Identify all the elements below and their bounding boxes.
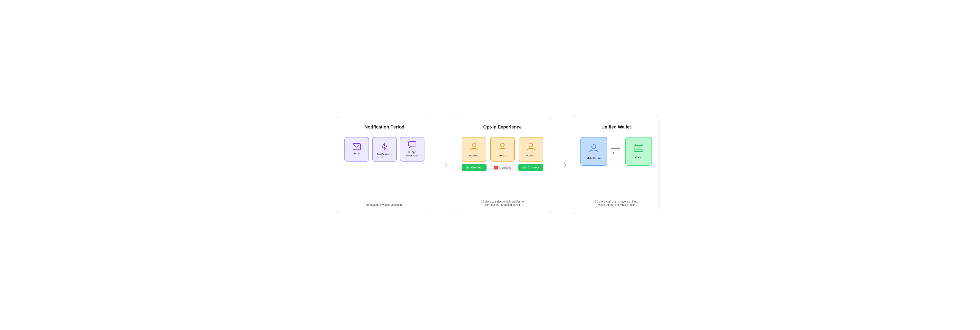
email-icon bbox=[353, 143, 361, 150]
wallet-label: Wallet bbox=[635, 155, 642, 159]
right-arrow-2 bbox=[556, 162, 568, 168]
profile1-check-icon: ✓ bbox=[466, 166, 469, 169]
panel2-footer: 30 days to select which profiles toconne… bbox=[481, 196, 524, 206]
svg-rect-0 bbox=[353, 144, 361, 150]
profile3-connect-button[interactable]: ✓ Connect bbox=[519, 164, 543, 171]
panel-notification-period: Notification Period Email bbox=[337, 116, 432, 214]
double-arrow bbox=[611, 148, 621, 155]
panel1-footer: 30 days until wallet unification bbox=[366, 199, 403, 206]
svg-marker-1 bbox=[382, 143, 387, 151]
panel-unified-wallet: Unified Wallet Meta Profile bbox=[573, 116, 659, 214]
svg-point-5 bbox=[529, 143, 533, 147]
arrow-connector-1 bbox=[432, 162, 454, 168]
wallet-card: Wallet bbox=[625, 137, 652, 166]
panel3-footer: 30 days + all users have a unifiedwallet… bbox=[595, 196, 637, 206]
arrow-connector-2 bbox=[551, 162, 573, 168]
right-arrow-1 bbox=[437, 162, 449, 168]
svg-rect-10 bbox=[634, 146, 643, 152]
profile1-wrap: Profile 1 ✓ Connect bbox=[461, 137, 487, 171]
profile-cards-row: Profile 1 ✓ Connect Profile 2 bbox=[461, 137, 543, 171]
notifications-card: Notifications bbox=[372, 137, 397, 162]
bolt-icon bbox=[382, 143, 387, 151]
wallet-icon bbox=[634, 144, 643, 154]
svg-point-4 bbox=[501, 143, 504, 147]
profile2-icon bbox=[498, 142, 507, 152]
profile2-x-icon: ✕ bbox=[494, 166, 498, 170]
email-card: Email bbox=[344, 137, 369, 162]
meta-profile-label: Meta Profile bbox=[587, 157, 601, 160]
profile1-connect-label: Connect bbox=[471, 166, 482, 169]
in-app-card: In-AppMessages bbox=[400, 137, 425, 162]
svg-point-3 bbox=[472, 143, 476, 147]
meta-profile-icon bbox=[589, 143, 599, 155]
panel1-title: Notification Period bbox=[364, 124, 404, 130]
chat-icon bbox=[408, 141, 416, 149]
profile2-label: Profile 2 bbox=[498, 154, 508, 157]
panel-opt-in: Opt-In Experience Profile 1 ✓ Connect bbox=[454, 116, 551, 214]
profile2-wrap: Profile 2 ✕ Connect bbox=[490, 137, 515, 171]
profile2-connect-button[interactable]: ✕ Connect bbox=[490, 164, 515, 171]
svg-point-7 bbox=[592, 144, 596, 149]
meta-profile-card: Meta Profile bbox=[581, 137, 607, 166]
profile2-card: Profile 2 bbox=[490, 137, 515, 162]
svg-rect-11 bbox=[636, 144, 642, 146]
email-card-label: Email bbox=[353, 152, 360, 155]
profile1-label: Profile 1 bbox=[469, 154, 479, 157]
profile3-card: Profile 3 bbox=[519, 137, 543, 162]
profile1-connect-button[interactable]: ✓ Connect bbox=[461, 164, 487, 171]
panel3-title: Unified Wallet bbox=[601, 124, 631, 130]
profile3-connect-label: Connect bbox=[528, 166, 539, 169]
panel2-title: Opt-In Experience bbox=[483, 124, 522, 130]
notification-cards: Email Notifications In-AppMessages bbox=[344, 137, 425, 162]
profile3-label: Profile 3 bbox=[526, 154, 536, 157]
profile2-connect-label: Connect bbox=[500, 166, 511, 169]
notifications-card-label: Notifications bbox=[377, 153, 392, 156]
in-app-card-label: In-AppMessages bbox=[406, 151, 418, 157]
profile1-icon bbox=[469, 142, 479, 152]
unified-row: Meta Profile bbox=[581, 137, 652, 166]
diagram-container: Notification Period Email bbox=[337, 116, 643, 214]
profile3-check-icon: ✓ bbox=[522, 166, 526, 169]
profile3-wrap: Profile 3 ✓ Connect bbox=[519, 137, 543, 171]
profile3-icon bbox=[527, 142, 535, 152]
profile1-card: Profile 1 bbox=[462, 137, 486, 162]
